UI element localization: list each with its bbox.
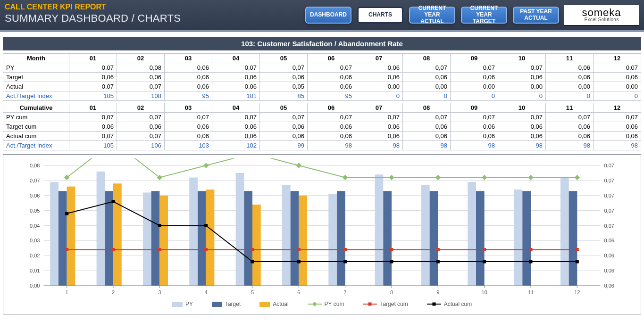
svg-text:0,06: 0,06 <box>604 253 614 258</box>
svg-text:7: 7 <box>344 289 347 295</box>
svg-rect-31 <box>236 173 244 286</box>
current-year-target-button[interactable]: CURRENT YEAR TARGET <box>461 7 507 24</box>
svg-rect-92 <box>296 163 301 168</box>
svg-rect-114 <box>204 224 208 227</box>
svg-rect-113 <box>158 224 161 227</box>
mh3: 03 <box>165 54 212 63</box>
logo-brand: someka <box>582 8 621 17</box>
svg-text:3: 3 <box>158 289 161 295</box>
svg-rect-41 <box>151 191 160 286</box>
svg-rect-52 <box>113 183 122 286</box>
svg-rect-97 <box>528 175 533 180</box>
someka-logo: someka Excel Solutions <box>564 5 639 25</box>
svg-rect-49 <box>522 191 531 286</box>
header-bar: CALL CENTER KPI REPORT SUMMARY DASHBOARD… <box>0 0 644 32</box>
svg-rect-34 <box>375 174 384 286</box>
svg-rect-40 <box>105 191 113 286</box>
svg-text:0,06: 0,06 <box>604 238 614 243</box>
cumulative-index-row: Act./Target Index 105 106 103 102 99 98 … <box>3 141 641 150</box>
svg-rect-45 <box>337 191 345 286</box>
legend-pycum: PY cum <box>308 301 344 307</box>
mh4: 04 <box>212 54 260 63</box>
svg-rect-95 <box>435 175 441 180</box>
svg-rect-107 <box>436 248 440 251</box>
svg-rect-30 <box>189 178 198 286</box>
mh5: 05 <box>260 54 308 63</box>
svg-text:10: 10 <box>482 289 487 295</box>
cumulative-table: Cumulative 01 02 03 04 05 06 07 08 09 10… <box>3 103 641 150</box>
current-year-actual-button[interactable]: CURRENT YEAR ACTUAL <box>409 7 455 24</box>
svg-text:0,07: 0,07 <box>30 178 40 183</box>
svg-text:2: 2 <box>112 289 115 295</box>
mh12: 12 <box>594 54 641 63</box>
monthly-py-row: PY 0,07 0,08 0,06 0,07 0,07 0,07 0,06 0,… <box>3 63 641 73</box>
index-label: Act./Target Index <box>3 91 69 101</box>
svg-text:8: 8 <box>390 289 393 295</box>
monthly-index-row: Act./Target Index 105 108 95 101 85 95 0… <box>3 91 641 101</box>
svg-rect-90 <box>203 163 209 168</box>
svg-rect-109 <box>529 248 533 251</box>
monthly-table: Month 01 02 03 04 05 06 07 08 09 10 11 1… <box>3 53 641 101</box>
dashboard-button[interactable]: DASHBOARD <box>305 7 351 24</box>
svg-text:0,04: 0,04 <box>30 223 40 229</box>
mh11: 11 <box>546 54 594 63</box>
svg-text:9: 9 <box>436 289 439 295</box>
svg-text:0,01: 0,01 <box>30 268 40 273</box>
past-year-actual-button[interactable]: PAST YEAR ACTUAL <box>513 7 559 24</box>
svg-text:11: 11 <box>528 289 534 295</box>
actual-label: Actual <box>3 82 69 91</box>
svg-rect-99 <box>65 248 68 251</box>
svg-rect-46 <box>383 191 392 286</box>
svg-rect-103 <box>251 248 254 251</box>
svg-text:0,00: 0,00 <box>30 283 40 289</box>
svg-rect-98 <box>575 175 580 180</box>
svg-text:0,05: 0,05 <box>30 208 40 214</box>
mh7: 07 <box>355 54 403 63</box>
svg-rect-50 <box>569 191 577 286</box>
svg-text:0,06: 0,06 <box>604 268 614 273</box>
svg-rect-106 <box>390 248 393 251</box>
target-label: Target <box>3 73 69 82</box>
svg-rect-122 <box>576 260 579 264</box>
mh6: 06 <box>308 54 355 63</box>
svg-text:0,07: 0,07 <box>604 208 614 214</box>
svg-text:0,07: 0,07 <box>604 193 614 198</box>
svg-rect-28 <box>97 172 105 286</box>
cumulative-header-row: Cumulative 01 02 03 04 05 06 07 08 09 10… <box>3 103 641 113</box>
svg-rect-27 <box>50 182 59 286</box>
svg-rect-53 <box>159 196 168 286</box>
cumulative-actual-row: Actual cum 0,07 0,07 0,06 0,06 0,06 0,06… <box>3 132 641 141</box>
cumulative-py-row: PY cum 0,07 0,07 0,07 0,07 0,07 0,07 0,0… <box>3 113 641 122</box>
svg-rect-100 <box>112 248 115 251</box>
legend-actual: Actual <box>259 301 288 307</box>
svg-rect-47 <box>430 191 438 286</box>
mh8: 08 <box>403 54 451 63</box>
svg-rect-35 <box>421 185 430 286</box>
svg-text:12: 12 <box>574 289 580 295</box>
svg-text:6: 6 <box>297 289 300 295</box>
month-head: Month <box>3 54 69 63</box>
svg-rect-33 <box>328 194 337 286</box>
svg-rect-29 <box>143 192 151 286</box>
svg-rect-96 <box>482 175 487 180</box>
chart-legend: PY Target Actual PY cum Target cum Actua… <box>11 301 633 307</box>
svg-text:0,08: 0,08 <box>30 163 40 168</box>
svg-rect-36 <box>468 182 476 286</box>
svg-text:0,07: 0,07 <box>604 223 614 229</box>
svg-rect-56 <box>299 196 307 286</box>
charts-button[interactable]: CHARTS <box>357 7 403 24</box>
nav-buttons: DASHBOARD CHARTS CURRENT YEAR ACTUAL CUR… <box>305 7 559 24</box>
svg-text:0,07: 0,07 <box>604 178 614 183</box>
svg-rect-112 <box>112 200 115 203</box>
svg-rect-94 <box>389 175 394 180</box>
legend-targetcum: Target cum <box>363 301 408 307</box>
svg-rect-51 <box>67 187 75 286</box>
svg-rect-108 <box>483 248 486 251</box>
svg-rect-116 <box>297 260 301 264</box>
cumulative-head: Cumulative <box>3 103 69 113</box>
svg-rect-32 <box>282 185 291 286</box>
svg-rect-54 <box>206 190 215 286</box>
svg-rect-48 <box>476 191 485 286</box>
kpi-title-bar: 103: Customer Satisfaction / Abandonment… <box>3 37 641 50</box>
svg-text:0,06: 0,06 <box>30 193 40 198</box>
